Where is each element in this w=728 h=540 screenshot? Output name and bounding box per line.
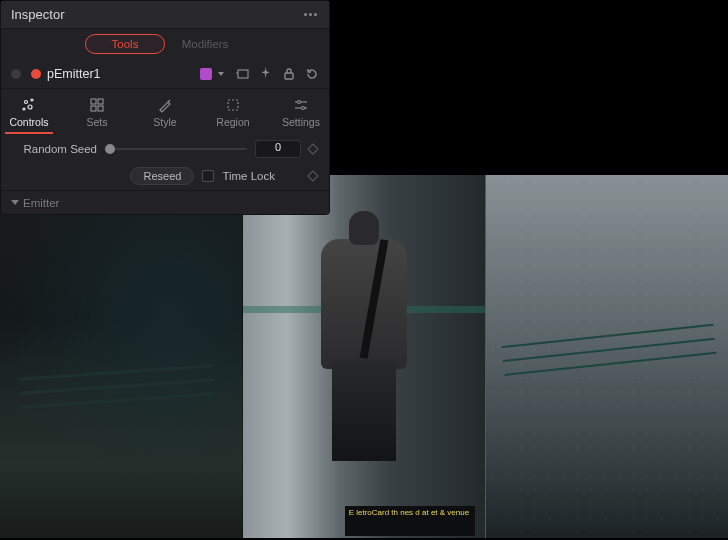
svg-point-5 <box>28 105 32 109</box>
param-random-seed: Random Seed 0 <box>1 136 329 162</box>
settings-icon <box>293 97 309 113</box>
reset-icon[interactable] <box>305 67 319 81</box>
random-seed-keyframe[interactable] <box>307 143 318 154</box>
subtab-controls-label: Controls <box>9 116 48 128</box>
panel-titlebar: Inspector <box>1 1 329 29</box>
panel-title: Inspector <box>11 7 64 22</box>
section-emitter[interactable]: Emitter <box>1 190 329 214</box>
panel-menu-icon[interactable] <box>301 6 319 24</box>
pin-icon[interactable] <box>259 67 273 81</box>
viewer-pane-right[interactable] <box>486 175 728 538</box>
slider-thumb[interactable] <box>105 144 115 154</box>
svg-rect-7 <box>91 99 96 104</box>
param-reseed-row: Reseed Time Lock <box>1 162 329 190</box>
subtab-style[interactable]: Style <box>141 97 189 134</box>
node-color-swatch[interactable] <box>200 68 212 80</box>
svg-point-4 <box>31 99 33 101</box>
svg-rect-8 <box>98 99 103 104</box>
time-lock-checkbox[interactable] <box>202 170 214 182</box>
subtab-sets-label: Sets <box>86 116 107 128</box>
param-random-seed-label: Random Seed <box>13 143 97 155</box>
svg-rect-9 <box>91 106 96 111</box>
svg-point-6 <box>23 108 25 110</box>
tab-modifiers[interactable]: Modifiers <box>165 34 245 54</box>
sets-icon <box>89 97 105 113</box>
time-lock-label: Time Lock <box>222 170 275 182</box>
tab-tools[interactable]: Tools <box>85 34 165 54</box>
versions-icon[interactable] <box>236 67 250 81</box>
subtab-settings-label: Settings <box>282 116 320 128</box>
controls-icon <box>21 97 37 113</box>
node-header: pEmitter1 <box>1 59 329 89</box>
inspector-tabs: Tools Modifiers <box>1 29 329 59</box>
svg-rect-0 <box>238 70 248 78</box>
subtab-region[interactable]: Region <box>209 97 257 134</box>
lock-icon[interactable] <box>282 67 296 81</box>
section-emitter-label: Emitter <box>23 197 59 209</box>
svg-point-14 <box>298 101 301 104</box>
region-icon <box>225 97 241 113</box>
subtab-row: Controls Sets Style Region Settings <box>1 89 329 136</box>
node-view-dot[interactable] <box>11 69 21 79</box>
node-name-label: pEmitter1 <box>47 67 101 81</box>
subtab-controls[interactable]: Controls <box>5 97 53 134</box>
subway-sign-text: E letroCard th nes d at et & venue <box>345 506 475 536</box>
subtab-style-label: Style <box>153 116 176 128</box>
inspector-panel: Inspector Tools Modifiers pEmitter1 <box>0 0 330 215</box>
node-enable-dot[interactable] <box>31 69 41 79</box>
style-icon <box>157 97 173 113</box>
random-seed-value[interactable]: 0 <box>255 140 301 158</box>
svg-point-3 <box>25 101 28 104</box>
svg-rect-11 <box>228 100 238 110</box>
svg-point-15 <box>302 107 305 110</box>
viewer-pane-left[interactable] <box>0 175 243 538</box>
subtab-region-label: Region <box>216 116 249 128</box>
viewer-area[interactable]: E letroCard th nes d at et & venue <box>0 175 728 538</box>
chevron-down-icon <box>11 200 19 205</box>
viewer-pane-center[interactable]: E letroCard th nes d at et & venue <box>243 175 486 538</box>
scene-figure <box>314 211 414 451</box>
subtab-settings[interactable]: Settings <box>277 97 325 134</box>
subtab-sets[interactable]: Sets <box>73 97 121 134</box>
random-seed-slider[interactable] <box>105 148 247 150</box>
svg-rect-2 <box>285 73 293 79</box>
svg-rect-10 <box>98 106 103 111</box>
time-lock-keyframe[interactable] <box>307 170 318 181</box>
reseed-button[interactable]: Reseed <box>130 167 194 185</box>
color-dropdown-icon[interactable] <box>218 72 224 76</box>
